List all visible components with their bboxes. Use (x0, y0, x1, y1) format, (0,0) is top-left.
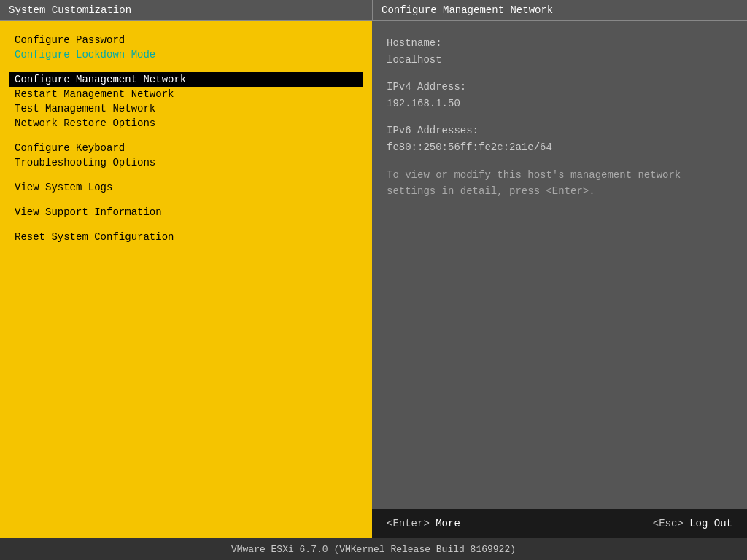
enter-key-combo[interactable]: <Enter> More (387, 518, 460, 529)
main-area: System Customization Configure Password … (0, 0, 747, 509)
menu-item-configure-keyboard[interactable]: Configure Keyboard (9, 141, 363, 155)
enter-action-label: More (436, 518, 460, 529)
hostname-label: Hostname: (387, 36, 732, 51)
left-panel: System Customization Configure Password … (0, 0, 372, 509)
menu-item-troubleshooting[interactable]: Troubleshooting Options (9, 155, 363, 170)
hostname-value: localhost (387, 52, 732, 68)
menu-item-test-management-network[interactable]: Test Management Network (9, 101, 363, 116)
footer: VMware ESXi 6.7.0 (VMKernel Release Buil… (0, 538, 747, 560)
ipv6-value: fe80::250:56ff:fe2c:2a1e/64 (387, 140, 732, 155)
menu-item-network-restore[interactable]: Network Restore Options (9, 116, 363, 131)
right-panel-header: Configure Management Network (372, 0, 747, 21)
left-panel-title: System Customization (9, 4, 131, 16)
footer-text: VMware ESXi 6.7.0 (VMKernel Release Buil… (231, 544, 516, 555)
left-panel-header: System Customization (0, 0, 372, 21)
ipv6-label: IPv6 Addresses: (387, 123, 732, 139)
menu-item-view-support-info[interactable]: View Support Information (9, 205, 363, 219)
ipv4-value: 192.168.1.50 (387, 96, 732, 112)
bottom-area: <Enter> More <Esc> Log Out (0, 509, 747, 538)
esc-key: <Esc> (653, 518, 684, 529)
right-content: Hostname: localhost IPv4 Address: 192.16… (372, 21, 747, 509)
menu-item-restart-management-network[interactable]: Restart Management Network (9, 87, 363, 101)
menu-item-configure-password[interactable]: Configure Password (9, 33, 363, 47)
right-panel: Configure Management Network Hostname: l… (372, 0, 747, 509)
right-panel-title: Configure Management Network (382, 4, 553, 16)
left-menu: Configure Password Configure Lockdown Mo… (0, 21, 372, 509)
spacer-3 (9, 170, 363, 180)
spacer-2 (9, 131, 363, 141)
esc-key-combo[interactable]: <Esc> Log Out (653, 518, 732, 529)
menu-item-reset-system-config[interactable]: Reset System Configuration (9, 230, 363, 244)
spacer-1 (9, 62, 363, 72)
ipv4-label: IPv4 Address: (387, 79, 732, 95)
right-bottom: <Enter> More <Esc> Log Out (372, 509, 747, 538)
menu-item-configure-management-network[interactable]: Configure Management Network (9, 72, 363, 87)
info-description: To view or modify this host's management… (387, 167, 732, 200)
menu-item-view-system-logs[interactable]: View System Logs (9, 180, 363, 195)
menu-item-configure-lockdown[interactable]: Configure Lockdown Mode (9, 47, 363, 62)
spacer-5 (9, 219, 363, 230)
left-bottom (0, 509, 372, 538)
app: System Customization Configure Password … (0, 0, 747, 560)
esc-action-label: Log Out (689, 518, 732, 529)
spacer-4 (9, 195, 363, 205)
enter-key: <Enter> (387, 518, 430, 529)
